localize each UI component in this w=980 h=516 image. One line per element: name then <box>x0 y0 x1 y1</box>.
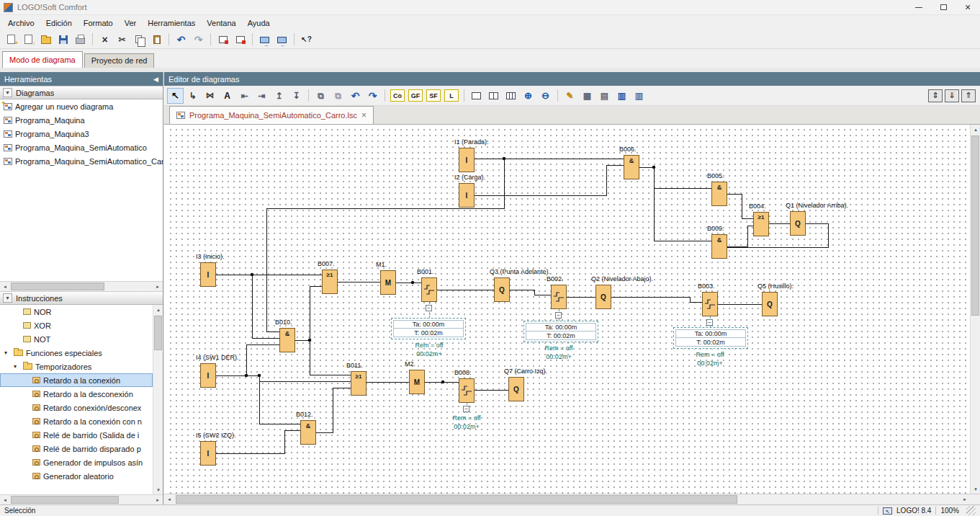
block-m2[interactable]: M <box>409 370 425 394</box>
collapse-parameter-icon[interactable]: − <box>463 406 469 412</box>
scrollbar-thumb[interactable] <box>176 495 737 504</box>
zoom-in-button[interactable]: ⊕ <box>520 88 536 104</box>
canvas-hscrollbar[interactable]: ◂ ▸ <box>164 494 980 504</box>
tree-item-xor[interactable]: XOR <box>0 319 153 332</box>
pc-to-logo-button[interactable]: → <box>256 32 273 48</box>
menu-archivo[interactable]: Archivo <box>2 17 40 30</box>
collapse-panel-icon[interactable]: ◀ <box>153 76 158 83</box>
save-file-button[interactable] <box>55 32 71 48</box>
block-i4[interactable]: I <box>200 363 216 388</box>
status-zoom[interactable]: 100% <box>940 507 959 515</box>
connector-tool-button[interactable]: ↳ <box>184 88 201 104</box>
tree-item-temporizadores[interactable]: ▾Temporizadores <box>0 360 153 373</box>
document-tab[interactable]: Programa_Maquina_SemiAutomatico_Carro.ls… <box>169 106 374 124</box>
tree-item-not[interactable]: NOT <box>0 332 153 346</box>
menu-herramientas[interactable]: Herramientas <box>142 17 201 30</box>
convert-to-lad-button[interactable] <box>215 32 231 48</box>
tree-vscrollbar[interactable]: ▴ ▾ <box>153 305 163 494</box>
menu-ayuda[interactable]: Ayuda <box>242 17 276 30</box>
redo-button[interactable]: ↷ <box>364 88 381 104</box>
space-vertical-button[interactable]: ⇥ <box>253 88 270 104</box>
delete-button[interactable]: × <box>96 32 113 48</box>
block-i3[interactable]: I <box>200 262 216 287</box>
block-b010[interactable]: & <box>279 328 295 352</box>
cut-button[interactable]: ✂ <box>114 32 130 48</box>
scroll-right-icon[interactable]: ▸ <box>960 494 970 504</box>
target-device-icon[interactable]: ↖ <box>883 507 892 515</box>
block-b011[interactable]: ≥1 <box>351 371 367 396</box>
scroll-left-icon[interactable]: ◂ <box>0 282 10 291</box>
tree-item-retardo-a-la-conexi-n-con-n[interactable]: Retardo a la conexión con n <box>0 414 153 428</box>
diagram-list-hscrollbar[interactable]: ◂ ▸ <box>0 281 163 291</box>
scroll-right-icon[interactable]: ▸ <box>153 495 163 504</box>
undo-button[interactable]: ↶ <box>173 32 189 48</box>
block-m1[interactable]: M <box>380 270 396 295</box>
timer-parameter-box-b003[interactable]: Ta: 00:00mT: 00:02m <box>673 327 748 349</box>
logo-to-pc-button[interactable]: ← <box>274 32 290 48</box>
special-functions-catalog-button[interactable]: SF <box>426 89 441 102</box>
tree-item-funciones-especiales[interactable]: ▾Funciones especiales <box>0 346 153 360</box>
block-b003[interactable] <box>702 292 718 316</box>
block-q7[interactable]: Q <box>508 377 524 401</box>
diagram-list-item-agregar-un-nuevo-diagrama[interactable]: +Agregar un nuevo diagrama <box>0 99 163 113</box>
close-button[interactable]: × <box>956 0 980 14</box>
space-horizontal-button[interactable]: ⇤ <box>236 88 253 104</box>
minimize-button[interactable] <box>907 0 931 14</box>
scrollbar-thumb[interactable] <box>11 496 119 504</box>
overview-button[interactable]: ▤ <box>596 88 613 104</box>
block-b005[interactable]: & <box>711 182 727 206</box>
block-b012[interactable]: & <box>300 420 316 445</box>
zoom-out-button[interactable]: ⊖ <box>537 88 554 104</box>
scroll-right-icon[interactable]: ▸ <box>153 282 163 291</box>
block-b006[interactable]: & <box>624 155 639 179</box>
maximize-button[interactable] <box>931 0 956 14</box>
diagram-list-item-programa-maquina[interactable]: Programa_Maquina <box>0 113 163 127</box>
close-tab-icon[interactable]: × <box>361 110 367 120</box>
block-b004[interactable]: ≥1 <box>753 212 769 236</box>
redo-button[interactable]: ↷ <box>190 32 207 48</box>
dock-info-down-button[interactable]: ⇓ <box>945 89 959 102</box>
menu-ventana[interactable]: Ventana <box>201 17 241 30</box>
timer-parameter-box-b002[interactable]: Ta: 00:00mT: 00:02m <box>523 321 598 342</box>
block-b002[interactable] <box>551 285 567 309</box>
convert-to-fbd-button[interactable] <box>232 32 248 48</box>
tree-item-rel-de-barrido-disparado-p[interactable]: Relé de barrido disparado p <box>0 442 153 455</box>
scroll-up-icon[interactable]: ▴ <box>153 305 163 314</box>
expand-arrow-icon[interactable]: ▾ <box>14 363 20 370</box>
tab-modo-de-diagrama[interactable]: Modo de diagrama <box>2 51 83 68</box>
start-simulation-button[interactable]: ▥ <box>613 88 630 104</box>
tree-hscrollbar[interactable]: ◂ ▸ <box>0 494 163 504</box>
block-b008[interactable] <box>459 378 475 403</box>
labels-catalog-button[interactable]: L <box>444 89 459 102</box>
diagram-list-item-programa-maquina-semiautomatico-carro[interactable]: Programa_Maquina_SemiAutomatico_Carro <box>0 154 163 168</box>
copy-button[interactable] <box>131 32 148 48</box>
tree-item-generador-aleatorio[interactable]: Generador aleatorio <box>0 469 153 483</box>
comment-tool-button[interactable]: ✎ <box>562 88 578 104</box>
scrollbar-thumb[interactable] <box>11 283 104 290</box>
align-top-button[interactable]: ↥ <box>271 88 287 104</box>
tree-item-retardo-a-la-desconexi-n[interactable]: Retardo a la desconexión <box>0 387 153 401</box>
grid-view-button[interactable]: ▦ <box>579 88 595 104</box>
tree-item-retardo-a-la-conexi-n[interactable]: Retardo a la conexión <box>0 373 153 387</box>
select-tool-button[interactable]: ↖ <box>167 88 184 104</box>
view-split-two-button[interactable] <box>485 88 502 104</box>
block-i1[interactable]: I <box>459 148 475 172</box>
align-bottom-button[interactable]: ↧ <box>288 88 305 104</box>
toggle-info-window-button[interactable]: ⇕ <box>928 89 943 102</box>
scroll-up-icon[interactable]: ▴ <box>971 125 980 134</box>
diagram-list-item-programa-maquina3[interactable]: Programa_Maquina3 <box>0 127 163 141</box>
diagrams-section-header[interactable]: ▾ Diagramas <box>0 86 163 99</box>
text-tool-button[interactable]: A <box>219 88 235 104</box>
import-file-button[interactable]: ↓ <box>20 32 37 48</box>
timer-parameter-box-b001[interactable]: Ta: 00:00mT: 00:02m <box>391 318 466 339</box>
expand-arrow-icon[interactable]: ▾ <box>4 350 11 356</box>
scrollbar-thumb[interactable] <box>971 135 979 316</box>
block-q1[interactable]: Q <box>790 211 806 236</box>
block-b007[interactable]: ≥1 <box>322 270 338 294</box>
collapse-parameter-icon[interactable]: − <box>426 305 432 311</box>
tree-item-rel-de-barrido-salida-de-i[interactable]: Relé de barrido (Salida de i <box>0 428 153 442</box>
menu-edici-n[interactable]: Edición <box>40 17 78 30</box>
send-to-back-button[interactable]: ⧉ <box>330 88 346 104</box>
context-help-button[interactable]: ↖? <box>298 32 315 48</box>
block-b009[interactable]: & <box>711 234 727 259</box>
